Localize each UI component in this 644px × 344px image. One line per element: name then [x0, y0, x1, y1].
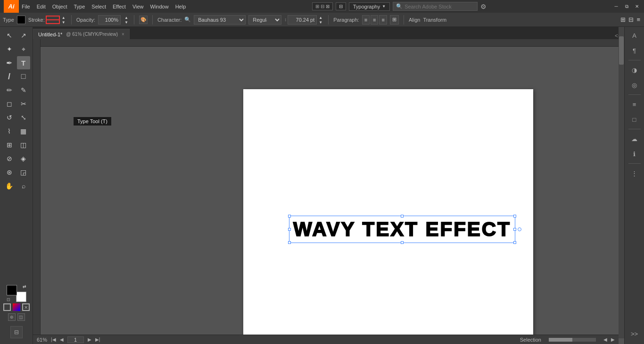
- swap-colors[interactable]: ⇄: [23, 284, 26, 289]
- handle-bm[interactable]: [401, 241, 404, 244]
- color-mode-btn[interactable]: 🎨: [139, 16, 148, 24]
- opacity-up[interactable]: ▲: [124, 15, 129, 20]
- type-tool-btn active[interactable]: T: [17, 56, 30, 69]
- menu-effect[interactable]: Effect: [113, 4, 126, 9]
- menu-window[interactable]: Window: [150, 4, 169, 9]
- tab-close-btn[interactable]: ×: [122, 32, 124, 37]
- library-btn[interactable]: ⊟: [10, 326, 23, 338]
- fontsize-down[interactable]: ▼: [318, 20, 323, 25]
- shape-tool-btn[interactable]: □: [17, 70, 30, 83]
- symbol-btn[interactable]: ⊛: [3, 166, 16, 179]
- pattern-fill-btn[interactable]: ✕: [22, 303, 30, 311]
- menu-file[interactable]: File: [22, 4, 30, 9]
- menu-view[interactable]: View: [132, 4, 144, 9]
- artboard-btn[interactable]: ◲: [17, 166, 30, 179]
- rotate-btn[interactable]: ↺: [3, 111, 16, 124]
- lasso-btn[interactable]: ⌖: [17, 42, 30, 56]
- collapse-right-panel[interactable]: >>: [628, 327, 641, 340]
- cc-libraries-btn[interactable]: ☁: [628, 132, 641, 145]
- nav-arrow-right[interactable]: ▶: [611, 337, 615, 342]
- artboards-panel-btn[interactable]: □: [628, 113, 641, 126]
- magic-wand-btn[interactable]: ✦: [3, 42, 16, 56]
- paintbrush-btn[interactable]: ✏: [3, 84, 16, 97]
- stroke-preview[interactable]: [46, 16, 60, 24]
- align-center[interactable]: ≡: [371, 15, 378, 25]
- handle-bl[interactable]: [288, 241, 291, 244]
- menu-help[interactable]: Help: [175, 4, 186, 9]
- stroke-up[interactable]: ▲: [61, 15, 66, 20]
- workspace-btn[interactable]: ⊞ ⊟ ⊠: [312, 2, 333, 10]
- layers-panel-btn[interactable]: ≡: [628, 98, 641, 111]
- panel-options-btn[interactable]: ⋮: [628, 167, 641, 180]
- active-tab[interactable]: Untitled-1* @ 61% (CMYK/Preview) ×: [33, 29, 130, 39]
- blend-btn[interactable]: ◈: [17, 152, 30, 165]
- workspace-selector[interactable]: Typography ▼: [349, 2, 390, 11]
- handle-tl[interactable]: [288, 215, 291, 218]
- panel-layout-btn[interactable]: ⊟: [336, 2, 346, 10]
- menu-object[interactable]: Object: [52, 4, 67, 9]
- nav-last[interactable]: ▶|: [95, 337, 100, 342]
- nav-first[interactable]: |◀: [51, 337, 56, 342]
- v-scroll-thumb[interactable]: [619, 36, 624, 65]
- nav-arrow-left[interactable]: ◀: [603, 337, 607, 342]
- handle-tm[interactable]: [401, 215, 404, 218]
- nav-prev[interactable]: ◀: [60, 337, 64, 342]
- fg-color-swatch[interactable]: [7, 285, 17, 295]
- text-element-container[interactable]: WAVY TEXT EFFECT: [289, 216, 515, 243]
- align-right[interactable]: ≡: [379, 15, 387, 25]
- selection-tool-btn[interactable]: ↖: [3, 29, 16, 42]
- fill-swatch[interactable]: [17, 16, 25, 24]
- menu-edit[interactable]: Edit: [37, 4, 46, 9]
- warp-btn[interactable]: ⌇: [3, 125, 16, 138]
- mesh-btn[interactable]: ⊞: [3, 138, 16, 151]
- graph-btn[interactable]: ▦: [17, 125, 30, 138]
- wavy-text-element[interactable]: WAVY TEXT EFFECT: [289, 216, 515, 243]
- align-left[interactable]: ≡: [362, 15, 370, 25]
- para-panel-btn[interactable]: ¶: [628, 44, 641, 57]
- gradient-fill-btn[interactable]: [13, 303, 20, 311]
- scale-btn[interactable]: ⤡: [17, 111, 30, 124]
- hand-btn[interactable]: ✋: [3, 179, 16, 193]
- gradient-btn[interactable]: ◫: [17, 138, 30, 151]
- handle-br[interactable]: [513, 241, 516, 244]
- zoom-btn[interactable]: ⌕: [17, 179, 30, 193]
- font-style-dropdown[interactable]: Regular: [248, 15, 281, 25]
- pen-tool-btn[interactable]: ✒: [3, 56, 16, 69]
- handle-rotation[interactable]: [518, 227, 521, 231]
- appearance-panel-btn[interactable]: ◎: [628, 78, 641, 92]
- menu-type[interactable]: Type: [74, 4, 85, 9]
- opacity-input[interactable]: [98, 15, 121, 25]
- screen-mode-btn[interactable]: ◫: [17, 313, 25, 321]
- menu-select[interactable]: Select: [91, 4, 106, 9]
- opacity-down[interactable]: ▼: [124, 20, 129, 25]
- close-button[interactable]: ✕: [634, 3, 640, 10]
- properties-btn[interactable]: ℹ: [628, 147, 641, 160]
- bg-color-swatch[interactable]: [16, 292, 26, 302]
- page-num-input[interactable]: [67, 336, 84, 343]
- transparency-panel-btn[interactable]: ◑: [628, 63, 641, 76]
- scissors-btn[interactable]: ✂: [17, 97, 30, 110]
- stroke-down[interactable]: ▼: [61, 20, 66, 25]
- direct-selection-tool-btn[interactable]: ↗: [17, 29, 30, 42]
- fontsize-up[interactable]: ▲: [318, 15, 323, 20]
- none-fill-btn[interactable]: [3, 303, 11, 311]
- handle-ml[interactable]: [288, 228, 291, 231]
- char-panel-btn[interactable]: A: [628, 29, 641, 42]
- draw-mode-btn[interactable]: ⊚: [8, 313, 16, 321]
- v-scrollbar[interactable]: [619, 27, 624, 338]
- font-size-input[interactable]: [288, 15, 317, 25]
- minimize-button[interactable]: ─: [613, 3, 619, 10]
- arrange-panels[interactable]: ⊞: [619, 15, 627, 24]
- canvas-scroll[interactable]: WAVY TEXT EFFECT: [41, 47, 619, 338]
- font-dropdown[interactable]: Bauhaus 93: [194, 15, 246, 25]
- handle-mr[interactable]: [513, 228, 516, 231]
- pencil-btn[interactable]: ✎: [17, 84, 30, 97]
- eraser-btn[interactable]: ◻: [3, 97, 16, 110]
- restore-button[interactable]: ⧉: [623, 3, 630, 10]
- handle-tr[interactable]: [513, 215, 516, 218]
- more-options[interactable]: ≡: [636, 15, 641, 24]
- swatch-reset[interactable]: ⊡: [7, 297, 10, 302]
- line-tool-btn[interactable]: /: [3, 70, 16, 83]
- more-para-options[interactable]: ⊞: [390, 15, 399, 25]
- canvas-area[interactable]: Untitled-1* @ 61% (CMYK/Preview) × << //…: [33, 27, 624, 344]
